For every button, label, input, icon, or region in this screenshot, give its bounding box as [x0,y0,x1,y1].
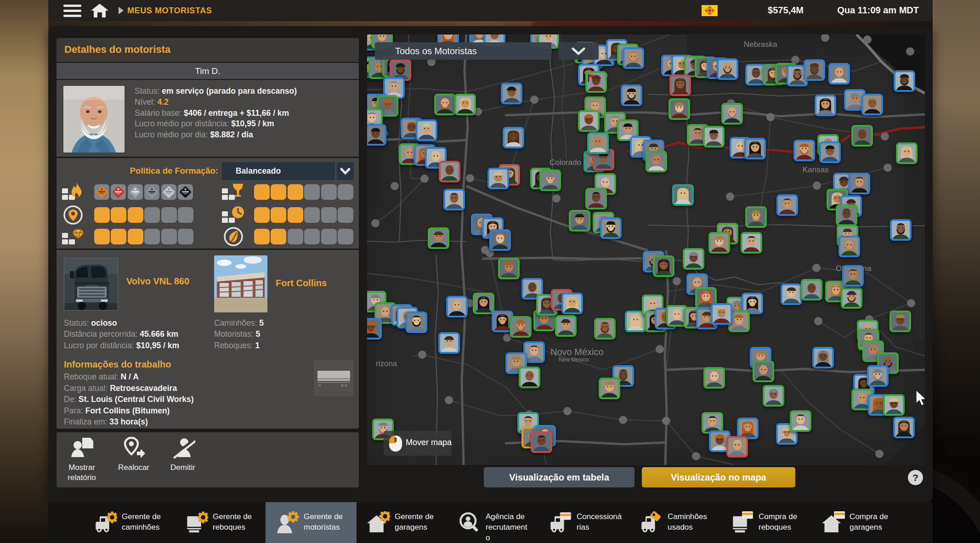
driver-marker[interactable] [726,436,748,458]
driver-marker[interactable] [672,184,694,206]
menu-icon[interactable] [63,5,81,17]
driver-marker[interactable] [776,194,798,216]
training-policy-chevron-icon[interactable] [337,162,354,180]
driver-marker[interactable] [623,47,644,69]
driver-marker[interactable] [842,265,864,287]
driver-marker[interactable] [669,74,691,96]
driver-marker[interactable] [867,365,889,387]
training-policy-select[interactable]: Balanceado [222,162,335,180]
dismiss-button[interactable]: Demitir [158,436,208,473]
driver-marker[interactable] [683,248,704,270]
driver-marker[interactable] [894,70,915,92]
driver-marker[interactable] [883,394,905,416]
garage-name[interactable]: Fort Collins [276,278,327,288]
driver-marker[interactable] [539,170,561,191]
driver-filter-chevron-icon[interactable] [558,42,599,60]
driver-marker[interactable] [815,95,836,116]
driver-marker[interactable] [555,315,577,337]
driver-marker[interactable] [890,219,912,241]
driver-marker[interactable] [438,332,460,354]
driver-marker[interactable] [793,140,815,161]
driver-marker[interactable] [585,71,607,93]
nav-used-trucks[interactable]: Caminhões usados [629,502,720,543]
nav-trailer-gear[interactable]: Gerente de reboques [175,502,266,543]
driver-marker[interactable] [585,188,607,209]
driver-marker[interactable] [717,58,738,80]
nav-garage-gear[interactable]: Gerente de garagens [357,502,448,543]
driver-marker[interactable] [741,232,762,254]
table-view-button[interactable]: Visualização em tabela [484,467,634,487]
truck-name[interactable]: Volvo VNL 860 [126,276,189,287]
nav-dealer[interactable]: Concessioná rias [538,502,629,543]
driver-marker[interactable] [406,311,427,333]
driver-marker[interactable] [510,316,532,338]
driver-marker[interactable] [594,318,616,339]
driver-marker[interactable] [896,142,918,164]
driver-marker[interactable] [646,151,667,172]
driver-marker[interactable] [851,125,873,147]
driver-marker[interactable] [819,141,841,163]
garage-photo[interactable] [214,255,267,312]
show-report-button[interactable]: Mostrar relatório [57,436,107,483]
driver-marker[interactable] [434,94,456,115]
driver-marker[interactable] [621,85,642,106]
driver-marker[interactable] [721,103,743,124]
help-button[interactable]: ? [908,470,923,485]
nav-buy-trailers[interactable]: Compra de reboques [720,502,811,543]
driver-marker[interactable] [893,417,915,438]
driver-marker[interactable] [561,293,583,314]
driver-marker[interactable] [841,287,862,309]
nav-recruit[interactable]: Agência de recrutament o [448,502,538,543]
driver-marker[interactable] [753,361,774,382]
driver-marker[interactable] [599,378,620,399]
driver-marker[interactable] [473,293,494,314]
home-icon[interactable] [91,3,109,18]
driver-marker[interactable] [849,173,870,194]
driver-marker[interactable] [763,385,784,407]
truck-photo[interactable] [64,258,118,311]
driver-marker[interactable] [812,347,834,368]
driver-marker[interactable] [367,318,382,339]
driver-marker[interactable] [861,94,883,115]
relocate-button[interactable]: Realocar [108,436,159,473]
nav-driver-gear[interactable]: Gerente de motoristas [266,502,357,543]
driver-marker[interactable] [587,132,609,154]
driver-marker[interactable] [519,367,540,388]
driver-marker[interactable] [711,303,732,325]
driver-filter-select[interactable]: Todos os Motoristas [375,42,551,60]
driver-marker[interactable] [744,138,766,159]
nav-buy-garages[interactable]: Compra de garagens [811,502,902,543]
driver-marker[interactable] [446,296,468,317]
map-view-button[interactable]: Visualização no mapa [642,467,795,487]
driver-marker[interactable] [828,63,850,85]
driver-marker[interactable] [668,98,690,120]
driver-marker[interactable] [708,232,730,254]
driver-marker[interactable] [367,124,386,146]
driver-marker[interactable] [653,255,674,277]
driver-marker[interactable] [889,311,911,332]
nav-truck-gear[interactable]: Gerente de caminhões [84,502,175,543]
driver-marker[interactable] [578,110,600,132]
driver-marker[interactable] [569,210,590,232]
driver-marker[interactable] [703,367,725,389]
driver-marker[interactable] [531,431,552,453]
driver-marker[interactable] [600,217,622,239]
driver-marker[interactable] [745,206,767,228]
driver-marker[interactable] [836,204,857,226]
driver-marker[interactable] [439,161,460,182]
driver-marker[interactable] [487,168,509,189]
driver-marker[interactable] [503,127,524,148]
driver-marker[interactable] [498,258,520,279]
driver-marker[interactable] [781,283,802,305]
driver-marker[interactable] [838,236,860,257]
driver-marker[interactable] [703,126,725,147]
driver-marker[interactable] [790,410,811,432]
driver-marker[interactable] [428,227,449,249]
driver-marker[interactable] [489,229,511,251]
driver-marker[interactable] [804,59,825,81]
drivers-map[interactable]: NebraskaColoradoKansasOklahomaNovo Méxic… [367,34,925,465]
driver-marker[interactable] [801,279,822,300]
driver-marker[interactable] [443,189,465,210]
driver-marker[interactable] [416,119,437,141]
driver-marker[interactable] [454,94,476,115]
